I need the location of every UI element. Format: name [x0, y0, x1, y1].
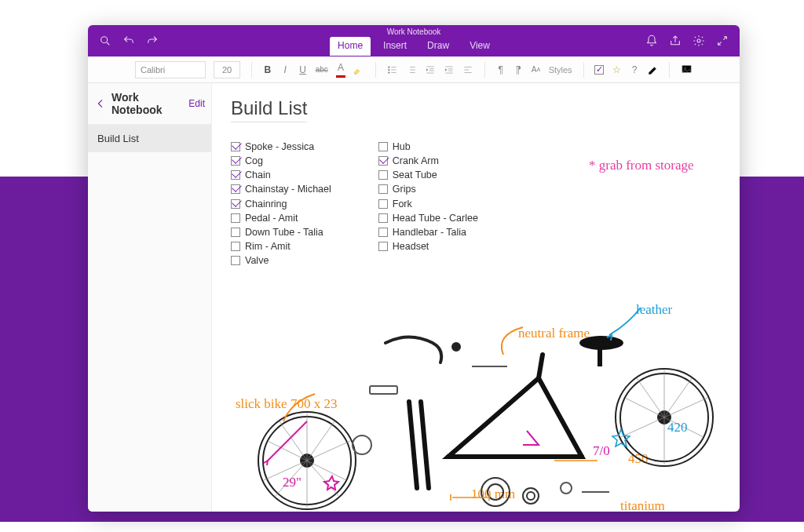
page-content: Build List Spoke - JessicaCogChainChains… [212, 83, 740, 512]
checklist-item-label: Head Tube - Carlee [393, 211, 478, 225]
back-icon[interactable] [94, 97, 107, 110]
tab-insert[interactable]: Insert [375, 37, 415, 56]
align-button[interactable] [462, 62, 473, 78]
expand-icon[interactable] [716, 35, 729, 47]
undo-icon[interactable] [122, 35, 135, 47]
checkbox-icon[interactable] [378, 199, 388, 209]
underline-button[interactable]: U [298, 62, 307, 78]
checklist-item[interactable]: Cog [231, 154, 331, 168]
checklist-item[interactable]: Chainstay - Michael [231, 182, 331, 196]
checklist-item-label: Valve [245, 253, 269, 268]
redo-icon[interactable] [146, 35, 159, 47]
checklist-item-label: Spoke - Jessica [245, 140, 314, 154]
checkbox-icon[interactable] [378, 170, 388, 180]
font-size-input[interactable] [214, 61, 240, 78]
strike-button[interactable]: abc [316, 62, 328, 78]
italic-button[interactable]: I [280, 62, 290, 78]
checklist-item[interactable]: Valve [231, 253, 331, 268]
checkbox-icon[interactable] [378, 142, 388, 151]
checkbox-icon[interactable] [231, 213, 240, 223]
tab-draw[interactable]: Draw [419, 37, 457, 56]
gear-icon[interactable] [693, 35, 705, 47]
paragraph-rtl-icon[interactable]: ¶ [513, 62, 523, 78]
svg-line-30 [307, 461, 346, 480]
checkbox-icon[interactable] [231, 242, 240, 251]
paragraph-ltr-icon[interactable]: ¶ [496, 62, 506, 78]
svg-point-24 [684, 67, 686, 70]
checklist-item-label: Crank Arm [393, 154, 439, 168]
bold-button[interactable]: B [263, 62, 272, 78]
checklist-item[interactable]: Pedal - Amit [231, 211, 331, 225]
text-styles-icon[interactable]: AA [531, 62, 540, 78]
checkbox-icon[interactable] [378, 242, 388, 251]
bullets-button[interactable] [387, 62, 398, 78]
svg-line-32 [264, 461, 307, 480]
edit-button[interactable]: Edit [188, 98, 205, 109]
checklist-item[interactable]: Head Tube - Carlee [378, 211, 478, 225]
font-name-select[interactable] [135, 61, 206, 78]
checkbox-icon[interactable] [378, 156, 388, 166]
svg-point-0 [101, 37, 108, 43]
tab-home[interactable]: Home [330, 37, 371, 56]
svg-point-5 [388, 69, 389, 71]
star-tag-button[interactable]: ☆ [612, 62, 622, 78]
question-tag-button[interactable]: ? [630, 62, 639, 78]
checkbox-icon[interactable] [231, 199, 240, 209]
checklist-item-label: Grips [393, 182, 416, 196]
checklist-item-label: Down Tube - Talia [245, 225, 323, 239]
share-icon[interactable] [669, 35, 682, 47]
insert-image-button[interactable] [681, 62, 693, 78]
checklist-item[interactable]: Rim - Amit [231, 239, 331, 253]
checklist-item[interactable]: Crank Arm [378, 154, 478, 168]
bell-icon[interactable] [645, 35, 658, 47]
checkbox-icon[interactable] [378, 184, 388, 194]
svg-point-2 [697, 39, 700, 42]
svg-line-36 [307, 461, 338, 496]
checklist-item[interactable]: Handlebar - Talia [378, 225, 478, 239]
search-icon[interactable] [99, 35, 111, 47]
svg-point-3 [388, 66, 389, 67]
svg-line-43 [664, 417, 704, 437]
sidebar-header: Work Notebook Edit [88, 83, 211, 125]
svg-point-56 [481, 478, 510, 506]
checkbox-icon[interactable] [378, 213, 388, 223]
checklist-item-label: Fork [393, 197, 412, 211]
svg-point-7 [388, 71, 389, 73]
indent-button[interactable] [444, 62, 455, 78]
svg-line-52 [421, 402, 429, 488]
checklist-item[interactable]: Headset [378, 239, 478, 253]
sidebar-item-build-list[interactable]: Build List [88, 125, 211, 152]
checklist-item-label: Chain [245, 168, 271, 182]
checklist-item[interactable]: Fork [378, 197, 478, 211]
checklist-item[interactable]: Seat Tube [378, 168, 478, 182]
svg-line-35 [280, 421, 307, 461]
clear-format-button[interactable] [647, 62, 658, 78]
numbering-button[interactable] [406, 62, 417, 78]
checklist-item[interactable]: Chain [231, 168, 331, 182]
checklist-item-label: Hub [393, 140, 411, 154]
svg-point-63 [561, 483, 572, 494]
todo-tag-button[interactable]: ✓ [594, 62, 604, 78]
page-title[interactable]: Build List [231, 97, 307, 122]
checkbox-icon[interactable] [231, 170, 240, 180]
tab-view[interactable]: View [462, 37, 498, 56]
font-color-button[interactable]: A [336, 62, 345, 78]
svg-line-33 [268, 441, 307, 461]
checkbox-icon[interactable] [231, 156, 240, 166]
svg-line-1 [107, 42, 109, 45]
checklist-item[interactable]: Grips [378, 182, 478, 196]
checkbox-icon[interactable] [231, 142, 240, 151]
checklist-item[interactable]: Hub [378, 140, 478, 154]
sidebar: Work Notebook Edit Build List [88, 83, 212, 512]
checkbox-icon[interactable] [231, 228, 240, 237]
checklist-item[interactable]: Chainring [231, 197, 331, 211]
highlight-button[interactable] [353, 62, 364, 78]
svg-line-50 [539, 355, 543, 378]
checklist-item[interactable]: Spoke - Jessica [231, 140, 331, 154]
checkbox-icon[interactable] [231, 256, 240, 265]
checkbox-icon[interactable] [231, 184, 240, 194]
checkbox-icon[interactable] [378, 228, 388, 237]
svg-line-48 [637, 378, 664, 417]
checklist-item[interactable]: Down Tube - Talia [231, 225, 331, 239]
outdent-button[interactable] [425, 62, 436, 78]
